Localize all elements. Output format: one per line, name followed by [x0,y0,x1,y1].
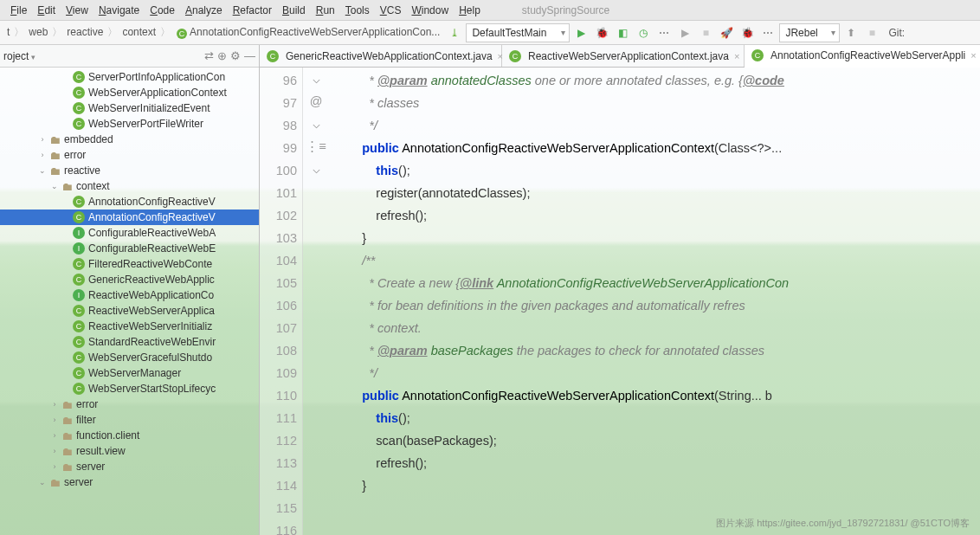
debug-icon[interactable]: 🐞 [592,23,611,42]
menu-view[interactable]: View [61,3,93,18]
tree-file[interactable]: CWebServerStartStopLifecyc [0,381,259,396]
tree-folder[interactable]: ⌄context [0,178,259,194]
tree-file[interactable]: CAnnotationConfigReactiveV [0,209,259,225]
tree-folder[interactable]: ›result.view [0,443,259,459]
tree-folder[interactable]: ›server [0,459,259,474]
tree-label: result.view [76,445,126,457]
git-label: Git: [888,27,905,39]
menu-help[interactable]: Help [454,3,486,18]
menu-tools[interactable]: Tools [340,3,375,18]
tree-file[interactable]: CStandardReactiveWebEnvir [0,334,259,350]
select-opened-icon[interactable]: ⊕ [217,49,227,62]
editor-tab[interactable]: CGenericReactiveWebApplicationContext.ja… [260,45,502,67]
line-number: 106 [260,294,297,317]
menu-run[interactable]: Run [311,3,340,18]
line-number: 113 [260,452,297,474]
code-editor[interactable]: 9697989910010110210310410510610710810911… [260,68,980,535]
code-line[interactable]: this(); [338,407,980,429]
code-content[interactable]: * @param annotatedClasses one or more an… [329,68,980,535]
hide-icon[interactable]: — [244,49,255,62]
close-icon[interactable]: × [970,50,976,61]
code-line[interactable]: } [338,227,980,249]
breadcrumb-item[interactable]: context [119,24,159,40]
code-line[interactable]: * Create a new {@link AnnotationConfigRe… [338,272,980,294]
project-tree[interactable]: CServerPortInfoApplicationConCWebServerA… [0,68,259,535]
tree-label: context [76,180,110,192]
stop-icon[interactable]: ■ [696,23,715,42]
attach-icon[interactable]: ⋯ [654,23,674,42]
editor-tab[interactable]: CAnnotationConfigReactiveWebServerAppli× [745,45,980,68]
menu-edit[interactable]: Edit [32,3,61,18]
tree-folder[interactable]: ›embedded [0,132,259,147]
tree-folder[interactable]: ⌄reactive [0,163,259,178]
tree-file[interactable]: IConfigurableReactiveWebA [0,225,259,241]
tree-file[interactable]: CReactiveWebServerApplica [0,303,259,319]
code-line[interactable]: } [338,474,980,497]
code-line[interactable]: refresh(); [338,452,980,474]
breadcrumb-class[interactable]: CAnnotationConfigReactiveWebServerApplic… [173,24,443,41]
tree-folder[interactable]: ›error [0,147,259,163]
tree-file[interactable]: CWebServerManager [0,365,259,381]
code-line[interactable]: * context. [338,317,980,339]
close-icon[interactable]: × [734,51,739,61]
tree-file[interactable]: CServerPortInfoApplicationCon [0,69,259,85]
breadcrumb-item[interactable]: web [25,24,51,40]
tree-file[interactable]: IReactiveWebApplicationCo [0,287,259,303]
code-line[interactable]: register(annotatedClasses); [338,182,980,204]
menu-vcs[interactable]: VCS [375,3,407,18]
code-line[interactable]: public AnnotationConfigReactiveWebServer… [338,384,980,407]
code-line[interactable]: * classes [338,92,980,114]
jrebel-run-icon[interactable]: 🚀 [717,23,736,42]
tree-folder[interactable]: ›function.client [0,428,259,443]
breadcrumb-item[interactable]: t [3,24,13,40]
code-line[interactable]: public AnnotationConfigReactiveWebServer… [338,137,980,159]
tree-folder[interactable]: ›filter [0,412,259,428]
code-line[interactable]: */ [338,114,980,137]
tree-file[interactable]: CReactiveWebServerInitializ [0,319,259,334]
jrebel-debug-icon[interactable]: 🐞 [738,23,757,42]
line-number: 111 [260,407,297,429]
breadcrumb-item[interactable]: reactive [63,24,106,40]
code-line[interactable]: refresh(); [338,204,980,227]
tree-file[interactable]: IConfigurableReactiveWebE [0,241,259,256]
menu-refactor[interactable]: Refactor [228,3,277,18]
jrebel-dropdown[interactable]: JRebel [779,23,840,42]
tree-folder[interactable]: ›error [0,396,259,412]
menu-window[interactable]: Window [406,3,454,18]
tree-file[interactable]: CGenericReactiveWebApplic [0,272,259,287]
jrebel-more-icon[interactable]: ⋯ [758,23,777,42]
code-line[interactable]: */ [338,362,980,384]
run-config-dropdown[interactable]: DefaultTestMain [466,23,570,42]
tree-file[interactable]: CAnnotationConfigReactiveV [0,194,259,209]
code-line[interactable]: this(); [338,159,980,182]
tree-folder[interactable]: ⌄server [0,474,259,490]
code-line[interactable]: /** [338,249,980,272]
build-icon[interactable]: ⤓ [445,23,464,42]
line-number: 103 [260,227,297,249]
tree-file[interactable]: CFilteredReactiveWebConte [0,256,259,272]
code-line[interactable]: * for bean definitions in the given pack… [338,294,980,317]
code-line[interactable]: scan(basePackages); [338,429,980,452]
commit-icon[interactable]: ■ [862,23,881,42]
run-anything-icon[interactable]: ▶ [675,23,694,42]
settings-icon[interactable]: ⚙ [230,49,241,62]
tree-file[interactable]: CWebServerGracefulShutdo [0,350,259,365]
profile-icon[interactable]: ◷ [634,23,653,42]
tree-file[interactable]: CWebServerInitializedEvent [0,100,259,116]
tree-file[interactable]: CWebServerPortFileWriter [0,116,259,132]
update-icon[interactable]: ⬆ [841,23,861,42]
run-icon[interactable]: ▶ [571,23,590,42]
tree-label: StandardReactiveWebEnvir [88,336,216,348]
editor-tab[interactable]: CReactiveWebServerApplicationContext.jav… [502,45,745,67]
code-line[interactable]: * @param basePackages the packages to ch… [338,339,980,362]
menu-analyze[interactable]: Analyze [180,3,228,18]
collapse-icon[interactable]: ⇄ [204,49,214,62]
menu-code[interactable]: Code [145,3,180,18]
tree-file[interactable]: CWebServerApplicationContext [0,85,259,100]
project-header[interactable]: roject ⇄ ⊕ ⚙ — [0,45,259,68]
coverage-icon[interactable]: ◧ [613,23,632,42]
code-line[interactable]: * @param annotatedClasses one or more an… [338,69,980,92]
menu-navigate[interactable]: Navigate [93,3,145,18]
menu-build[interactable]: Build [277,3,311,18]
menu-file[interactable]: File [5,3,32,18]
